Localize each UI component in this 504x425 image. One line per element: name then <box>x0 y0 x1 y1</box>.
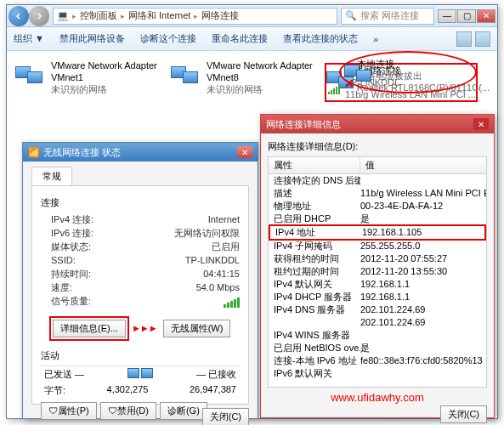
table-row[interactable]: IPv4 DNS 服务器202.101.224.69 <box>269 303 486 316</box>
nav-buttons <box>8 6 49 26</box>
wireless-properties-button[interactable]: 无线属性(W) <box>163 320 231 337</box>
table-row[interactable]: 已启用 DHCP是 <box>269 212 486 225</box>
adapter-vmnet8[interactable]: VMware Network Adapter VMnet8 未识别的网络 <box>169 58 318 102</box>
row-property: 连接-本地 IPv6 地址 <box>269 354 360 367</box>
row-property: 连接特定的 DNS 后缀 <box>269 174 360 187</box>
adapter-local[interactable]: ✕ 本地连接 网络电缆被拔出 Realtek RTL8168C(P)/8111C… <box>343 56 491 95</box>
forward-button[interactable] <box>29 6 49 26</box>
more-button[interactable]: » <box>373 34 378 44</box>
view-icon[interactable] <box>456 31 472 47</box>
header-property: 属性 <box>269 157 360 173</box>
close-button[interactable]: ✕ <box>473 118 489 130</box>
table-row[interactable]: 获得租约的时间2012-11-20 07:55:27 <box>269 252 486 265</box>
bytes-sent: 4,302,275 <box>107 384 149 397</box>
close-button[interactable]: ✕ <box>477 9 496 23</box>
row-property: 已启用 DHCP <box>269 212 360 225</box>
organize-menu[interactable]: 组织 ▼ <box>14 32 44 45</box>
table-rows: 连接特定的 DNS 后缀描述11b/g Wireless LAN Mini PC… <box>269 174 486 380</box>
recv-label: — 已接收 <box>196 368 236 381</box>
search-icon: 🔍 <box>345 10 357 21</box>
table-row[interactable]: IPv6 默认网关 <box>269 367 486 380</box>
ssid-label: SSID: <box>51 253 76 267</box>
adapter-info: VMware Network Adapter VMnet8 未识别的网络 <box>207 60 316 100</box>
properties-button[interactable]: 🛡属性(P) <box>41 402 97 420</box>
breadcrumb-network-connections[interactable]: 网络连接 <box>201 9 239 22</box>
row-value: 是 <box>360 342 486 354</box>
row-value <box>360 367 486 380</box>
disable-button[interactable]: 🛡禁用(D) <box>100 402 156 420</box>
activity-icon <box>127 368 153 381</box>
annotation-arrow: ►►► <box>132 323 157 333</box>
adapter-icon <box>326 65 340 95</box>
adapter-vmnet1[interactable]: VMware Network Adapter VMnet1 未识别的网络 <box>14 58 162 102</box>
connection-section: 连接 <box>41 196 240 209</box>
back-button[interactable] <box>8 6 29 26</box>
breadcrumb-control-panel[interactable]: 控制面板 <box>80 9 117 22</box>
row-value <box>360 174 486 187</box>
ipv6-value: 无网络访问权限 <box>174 226 240 240</box>
adapter-icon <box>171 60 201 90</box>
table-row[interactable]: 描述11b/g Wireless LAN Mini PCI Ex <box>269 187 486 200</box>
adapter-status: 未识别的网络 <box>207 83 316 95</box>
close-button[interactable]: 关闭(C) <box>202 408 249 425</box>
chevron-icon: ▸ <box>194 12 198 20</box>
row-value: 2012-11-20 13:55:30 <box>360 265 486 278</box>
toolbar: 组织 ▼ 禁用此网络设备 诊断这个连接 重命名此连接 查看此连接的状态 » <box>7 27 497 51</box>
row-property: 已启用 NetBIOS ove... <box>269 342 360 354</box>
tab-general[interactable]: 常规 <box>31 167 72 185</box>
table-row[interactable]: 连接-本地 IPv6 地址fe80::38e3:f76:cfd0:5820%13 <box>269 354 486 367</box>
table-row[interactable]: IPv4 子网掩码255.255.255.0 <box>269 240 486 252</box>
help-icon[interactable] <box>475 31 490 47</box>
row-property: IPv4 DHCP 服务器 <box>269 291 360 303</box>
table-row[interactable]: 202.101.224.69 <box>269 316 486 329</box>
breadcrumb[interactable]: 💻 ▸ 控制面板 ▸ 网络和 Internet ▸ 网络连接 <box>53 8 337 25</box>
close-button[interactable]: 关闭(C) <box>440 405 487 423</box>
adapter-icon: ✕ <box>344 58 352 88</box>
details-button[interactable]: 详细信息(E)... <box>53 320 126 337</box>
row-property: IPv4 DNS 服务器 <box>269 303 360 316</box>
row-property: 描述 <box>269 187 360 200</box>
row-property: IPv4 WINS 服务器 <box>269 329 360 342</box>
ipv4-value: Internet <box>208 212 240 226</box>
detail-titlebar: 网络连接详细信息 ✕ <box>261 115 494 133</box>
table-row[interactable]: 租约过期的时间2012-11-20 13:55:30 <box>269 265 486 278</box>
diagnose-button[interactable]: 诊断这个连接 <box>140 32 196 45</box>
breadcrumb-icon: 💻 <box>57 10 69 21</box>
table-row[interactable]: IPv4 DHCP 服务器192.168.1.1 <box>269 291 486 303</box>
row-value: 192.168.1.1 <box>360 291 486 303</box>
table-row[interactable]: 物理地址00-23-4E-DA-FA-12 <box>269 200 486 212</box>
detail-body: 网络连接详细信息(D): 属性 值 连接特定的 DNS 后缀描述11b/g Wi… <box>261 133 494 417</box>
duration-value: 04:41:15 <box>203 267 240 280</box>
row-value: 202.101.224.69 <box>360 303 486 316</box>
row-value: 255.255.255.0 <box>360 240 486 252</box>
maximize-button[interactable]: ▢ <box>457 9 476 23</box>
header-value: 值 <box>360 157 486 173</box>
tab-content: 连接 IPv4 连接:Internet IPv6 连接:无网络访问权限 媒体状态… <box>31 185 249 405</box>
close-button[interactable]: ✕ <box>237 146 252 158</box>
table-row[interactable]: IPv4 WINS 服务器 <box>269 329 486 342</box>
watermark: www.ufidawhy.com <box>268 391 487 404</box>
row-property: 物理地址 <box>269 200 360 212</box>
table-row[interactable]: IPv4 地址192.168.1.105 <box>269 224 486 241</box>
disable-device-button[interactable]: 禁用此网络设备 <box>59 32 125 45</box>
search-input[interactable]: 🔍 搜索 网络连接 <box>341 8 434 25</box>
adapter-name: VMware Network Adapter VMnet8 <box>207 60 316 83</box>
bytes-recv: 26,947,387 <box>190 384 236 397</box>
sent-label: 已发送 — <box>44 368 84 381</box>
duration-label: 持续时间: <box>51 267 91 280</box>
chevron-icon: ▸ <box>121 12 125 20</box>
breadcrumb-network-internet[interactable]: 网络和 Internet <box>128 9 190 22</box>
status-body: 常规 连接 IPv4 连接:Internet IPv6 连接:无网络访问权限 媒… <box>23 162 258 418</box>
row-value: fe80::38e3:f76:cfd0:5820%13 <box>360 354 486 367</box>
table-row[interactable]: IPv4 默认网关192.168.1.1 <box>269 278 486 291</box>
titlebar: 💻 ▸ 控制面板 ▸ 网络和 Internet ▸ 网络连接 🔍 搜索 网络连接… <box>7 5 497 27</box>
diagnose-button[interactable]: 诊断(G) <box>160 402 207 420</box>
table-row[interactable]: 连接特定的 DNS 后缀 <box>269 174 486 187</box>
minimize-button[interactable]: — <box>438 9 456 23</box>
row-value: 202.101.224.69 <box>360 316 486 329</box>
table-row[interactable]: 已启用 NetBIOS ove...是 <box>269 342 486 354</box>
rename-button[interactable]: 重命名此连接 <box>212 32 268 45</box>
adapter-status: 网络电缆被拔出 <box>357 70 490 82</box>
view-status-button[interactable]: 查看此连接的状态 <box>283 32 358 45</box>
search-placeholder: 搜索 网络连接 <box>360 9 419 22</box>
